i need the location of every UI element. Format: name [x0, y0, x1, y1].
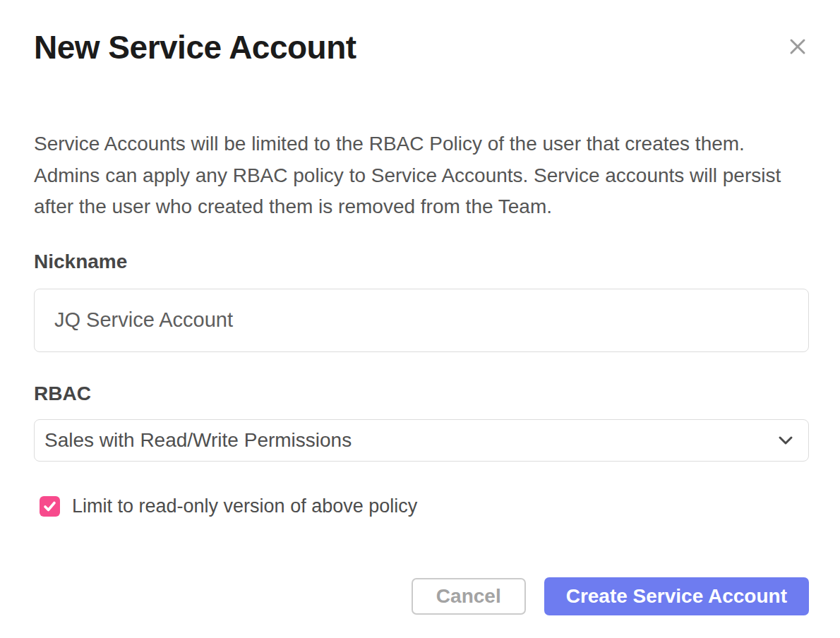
modal-footer: Cancel Create Service Account [412, 577, 809, 615]
nickname-label: Nickname [34, 250, 809, 273]
readonly-checkbox-row[interactable]: Limit to read-only version of above poli… [40, 495, 809, 517]
readonly-checkbox[interactable] [40, 496, 60, 517]
create-service-account-button[interactable]: Create Service Account [544, 577, 809, 615]
chevron-down-icon [777, 435, 794, 446]
checkmark-icon [42, 499, 57, 514]
rbac-label: RBAC [34, 382, 809, 405]
readonly-checkbox-label: Limit to read-only version of above poli… [72, 495, 417, 517]
cancel-button[interactable]: Cancel [412, 578, 526, 615]
nickname-input[interactable] [34, 289, 809, 352]
close-button[interactable] [784, 32, 812, 61]
modal-description: Service Accounts will be limited to the … [34, 128, 809, 223]
modal-title: New Service Account [34, 28, 809, 66]
close-icon [786, 35, 809, 58]
new-service-account-modal: New Service Account Service Accounts wil… [0, 0, 840, 638]
rbac-select[interactable]: Sales with Read/Write Permissions [34, 419, 809, 462]
rbac-selected-option: Sales with Read/Write Permissions [44, 429, 352, 452]
